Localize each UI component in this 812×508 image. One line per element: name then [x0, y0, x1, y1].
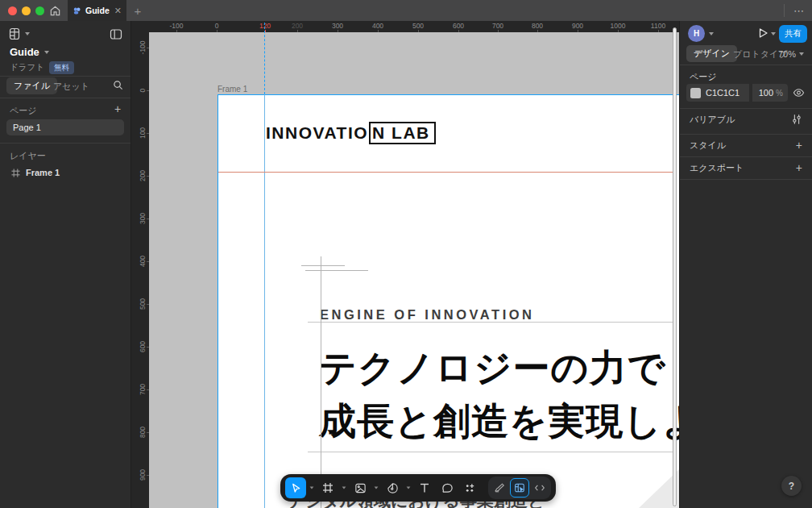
share-button[interactable]: 共有 [779, 25, 807, 43]
search-button[interactable] [113, 80, 123, 90]
divider [0, 98, 130, 98]
file-name: Guide [10, 46, 39, 58]
main-menu-button[interactable] [8, 27, 30, 40]
move-tool-button[interactable] [285, 477, 306, 498]
tab-guide[interactable]: Guide ✕ [68, 0, 126, 21]
ruler-tick [578, 30, 578, 32]
frame-tool-button[interactable] [317, 477, 338, 498]
ruler-tick [147, 347, 149, 348]
chevron-down-icon[interactable] [771, 32, 776, 35]
export-row[interactable]: エクスポート + [680, 156, 812, 179]
pencil-icon [494, 482, 505, 493]
add-export-button[interactable]: + [796, 161, 802, 174]
file-name-menu[interactable]: Guide [10, 46, 140, 58]
add-page-button[interactable]: + [112, 102, 123, 115]
ruler-tick [147, 90, 149, 91]
ruler-tick [147, 475, 149, 476]
layout-guide-line[interactable] [264, 94, 265, 508]
ruler-tick [176, 30, 177, 32]
pen-tool-button[interactable] [382, 477, 403, 498]
ruler-label: 200 [139, 166, 147, 185]
add-style-button[interactable]: + [796, 139, 802, 152]
pen-tool-menu[interactable] [404, 486, 412, 489]
actions-icon [464, 482, 476, 494]
ruler-tick [147, 219, 149, 219]
tab-design[interactable]: デザイン [686, 45, 737, 62]
ruler-tick [147, 261, 149, 262]
window-close-button[interactable] [8, 6, 17, 15]
zoom-level-control[interactable]: 70% [778, 49, 804, 59]
search-icon [113, 80, 123, 90]
layer-item-frame-1[interactable]: Frame 1 [0, 164, 130, 181]
titlebar-divider [784, 4, 785, 17]
ruler-tick [147, 304, 149, 305]
chevron-down-icon [25, 32, 30, 35]
design-mode-button[interactable] [510, 478, 529, 498]
styles-row[interactable]: スタイル + [680, 134, 812, 156]
variables-row[interactable]: バリアブル [680, 108, 812, 131]
horizontal-rule [308, 322, 676, 323]
crop-mark-horizontal-2 [305, 270, 368, 271]
ruler-label: 0 [139, 81, 147, 100]
visibility-toggle[interactable] [791, 88, 806, 98]
more-options-icon[interactable]: ⋯ [790, 2, 808, 19]
dev-mode-button[interactable] [530, 478, 549, 498]
figma-menu-icon [8, 27, 21, 40]
frame-title-label[interactable]: Frame 1 [218, 85, 247, 94]
avatar[interactable]: H [688, 25, 705, 42]
ruler-label: 200 [292, 22, 303, 30]
help-button[interactable]: ? [781, 476, 802, 496]
eyebrow-heading[interactable]: ENGINE OF INNOVATION [320, 307, 534, 323]
toggle-sidebar-button[interactable] [110, 28, 122, 40]
window-zoom-button[interactable] [35, 6, 44, 15]
chevron-down-icon[interactable] [709, 32, 714, 35]
vertical-scrollbar[interactable] [673, 27, 677, 506]
home-icon[interactable] [48, 3, 63, 19]
color-hex-value: C1C1C1 [706, 88, 740, 98]
ruler-tick [147, 176, 149, 177]
color-swatch[interactable] [690, 88, 701, 98]
comment-tool-button[interactable] [437, 477, 458, 498]
titlebar: Guide ✕ + ⋯ [0, 0, 812, 21]
headline-line-1[interactable]: テクノロジーの力で [319, 344, 666, 393]
canvas-viewport[interactable]: Frame 1 INNOVATION LAB ENGINE OF INNOVAT… [131, 21, 679, 508]
figma-app-window: Guide ✕ + ⋯ Guide [0, 0, 812, 508]
variables-label: バリアブル [690, 114, 735, 126]
styles-label: スタイル [690, 139, 726, 152]
window-minimize-button[interactable] [22, 6, 31, 15]
tab-files[interactable]: ファイル [6, 77, 57, 94]
page-item-page-1[interactable]: Page 1 [6, 119, 124, 135]
divider [680, 179, 812, 180]
ruler-label: -100 [139, 38, 147, 57]
ruler-tick [217, 30, 218, 32]
ruler-label: 900 [572, 22, 583, 30]
ruler-label: 800 [139, 423, 147, 442]
move-tool-menu[interactable] [308, 486, 316, 489]
image-tool-button[interactable] [350, 477, 371, 498]
text-tool-button[interactable] [414, 477, 435, 498]
tab-assets[interactable]: アセット [53, 81, 89, 93]
divider [0, 143, 130, 144]
draw-mode-button[interactable] [490, 478, 509, 498]
free-plan-badge[interactable]: 無料 [49, 61, 74, 74]
pen-icon [387, 482, 399, 494]
ruler-label: 800 [532, 22, 543, 30]
tab-close-icon[interactable]: ✕ [114, 6, 122, 15]
eye-icon [793, 88, 805, 98]
opacity-value: 100 [759, 88, 773, 98]
image-tool-menu[interactable] [372, 486, 380, 489]
present-button[interactable] [756, 27, 769, 40]
ruler-tick [658, 30, 659, 32]
new-tab-button[interactable]: + [130, 2, 146, 19]
headline-line-2[interactable]: 成長と創造を実現しよ [319, 397, 679, 447]
frame-tool-menu[interactable] [340, 486, 348, 489]
left-sidebar: Guide ドラフト 無料 ファイル アセット ページ + Page 1 レイヤ… [0, 21, 131, 508]
right-sidebar: H 共有 デザイン プロトタイプ 70% ページ C1C1C1 [679, 21, 812, 508]
actions-tool-button[interactable] [459, 477, 480, 498]
export-label: エクスポート [690, 162, 744, 174]
page-opacity-input[interactable]: 100 % [752, 84, 788, 102]
ruler-label: 700 [492, 22, 503, 30]
page-color-input[interactable]: C1C1C1 [686, 84, 749, 102]
logo-innovation-lab[interactable]: INNOVATION LAB [266, 123, 436, 143]
ruler-tick [537, 30, 538, 32]
